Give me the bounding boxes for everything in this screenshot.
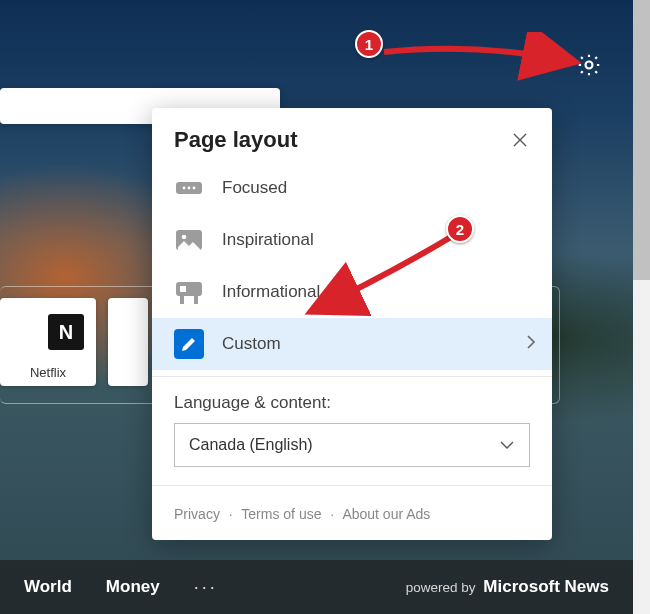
annotation-callout-2: 2 [446,215,474,243]
tile-label: Netflix [0,365,96,380]
layout-option-informational[interactable]: Informational [152,266,552,318]
nav-money[interactable]: Money [106,577,160,597]
svg-point-3 [188,187,191,190]
custom-icon [174,329,204,359]
gear-icon [576,52,602,78]
close-icon [513,133,527,147]
nav-world[interactable]: World [24,577,72,597]
quick-link-tile[interactable] [108,298,148,386]
nav-more[interactable]: ··· [194,577,218,598]
option-label: Informational [222,282,320,302]
terms-link[interactable]: Terms of use [241,506,321,522]
svg-rect-7 [176,282,202,296]
annotation-callout-1: 1 [355,30,383,58]
language-label: Language & content: [174,393,530,413]
language-select[interactable]: Canada (English) [174,423,530,467]
divider [152,485,552,486]
flyout-title: Page layout [174,127,297,153]
informational-icon [174,277,204,307]
svg-point-6 [182,235,187,240]
option-label: Inspirational [222,230,314,250]
option-label: Focused [222,178,287,198]
layout-option-custom[interactable]: Custom [152,318,552,370]
svg-point-2 [183,187,186,190]
divider [152,376,552,377]
powered-prefix: powered by [406,580,476,595]
quick-link-tile-netflix[interactable]: N Netflix [0,298,96,386]
page-layout-flyout: Page layout Focused Inspirational Inform… [152,108,552,540]
netflix-icon: N [48,314,84,350]
powered-by-label: powered by Microsoft News [406,577,609,597]
svg-rect-10 [180,286,186,292]
news-navbar: World Money ··· powered by Microsoft New… [0,560,633,614]
chevron-down-icon [499,436,515,454]
language-value: Canada (English) [189,436,313,454]
layout-option-inspirational[interactable]: Inspirational [152,214,552,266]
close-button[interactable] [506,126,534,154]
scrollbar-thumb[interactable] [633,0,650,280]
svg-point-4 [193,187,196,190]
svg-point-0 [586,62,593,69]
powered-brand: Microsoft News [483,577,609,596]
ads-link[interactable]: About our Ads [342,506,430,522]
inspirational-icon [174,225,204,255]
option-label: Custom [222,334,281,354]
chevron-right-icon [526,334,536,355]
flyout-header: Page layout [152,108,552,162]
separator-dot: · [229,506,233,522]
layout-option-focused[interactable]: Focused [152,162,552,214]
focused-icon [174,173,204,203]
separator-dot: · [330,506,334,522]
svg-rect-9 [194,296,198,304]
flyout-footer: Privacy · Terms of use · About our Ads [152,492,552,528]
language-section: Language & content: Canada (English) [152,383,552,467]
settings-button[interactable] [572,48,606,82]
vertical-scrollbar[interactable] [633,0,650,614]
privacy-link[interactable]: Privacy [174,506,220,522]
svg-rect-8 [180,296,184,304]
